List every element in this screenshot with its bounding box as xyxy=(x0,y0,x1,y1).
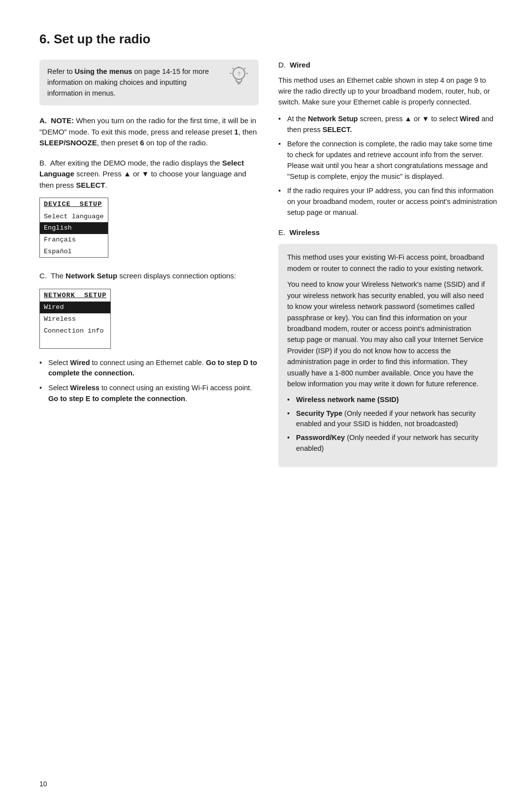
bullet-wired: Select Wired to connect using an Etherne… xyxy=(39,358,259,379)
bullet-d-3: If the radio requires your IP address, y… xyxy=(278,186,498,218)
lcd-connection-info: Connection info xyxy=(40,325,110,337)
bullet-password: Password/Key (Only needed if your networ… xyxy=(287,433,489,454)
lcd-espanol: Español xyxy=(40,246,108,258)
bullet-wireless: Select Wireless to connect using an exis… xyxy=(39,383,259,404)
device-setup-lcd: DEVICE SETUP Select language English Fra… xyxy=(39,198,108,258)
section-c-bullets: Select Wired to connect using an Etherne… xyxy=(39,358,259,404)
svg-text:?: ? xyxy=(237,71,240,77)
section-e-heading: E. Wireless xyxy=(278,227,498,238)
lcd-blank xyxy=(40,337,110,348)
left-column: Refer to Using the menus on page 14-15 f… xyxy=(39,60,259,476)
svg-line-5 xyxy=(233,68,233,69)
section-c: C. The Network Setup screen displays con… xyxy=(39,270,259,404)
section-a-label: A. NOTE: xyxy=(39,116,74,125)
network-setup-lcd: NETWORK SETUP Wired Wireless Connection … xyxy=(39,289,111,349)
right-column: D. Wired This method uses an Ethernet ca… xyxy=(278,60,498,476)
note-text-bold: Using the menus xyxy=(75,67,133,75)
lcd-wireless: Wireless xyxy=(40,313,110,325)
section-d-intro: This method uses an Ethernet cable shown… xyxy=(278,75,498,108)
section-d-heading: D. Wired xyxy=(278,60,498,71)
lcd-wired: Wired xyxy=(40,302,110,313)
note-text-plain: Refer to xyxy=(47,67,75,75)
section-d-bullets: At the Network Setup screen, press ▲ or … xyxy=(278,114,498,218)
bullet-ssid: Wireless network name (SSID) xyxy=(287,395,489,405)
svg-line-4 xyxy=(244,68,245,69)
section-c-text: C. The Network Setup screen displays con… xyxy=(39,270,259,282)
wireless-para1: This method uses your existing Wi-Fi acc… xyxy=(287,252,489,274)
section-d: D. Wired This method uses an Ethernet ca… xyxy=(278,60,498,218)
section-b: B. After exiting the DEMO mode, the radi… xyxy=(39,158,259,262)
section-b-text: B. After exiting the DEMO mode, the radi… xyxy=(39,158,259,191)
lcd-network-title: NETWORK SETUP xyxy=(40,289,110,302)
note-box: Refer to Using the menus on page 14-15 f… xyxy=(39,60,259,105)
bullet-d-2: Before the connection is complete, the r… xyxy=(278,139,498,182)
lcd-english: English xyxy=(40,222,108,234)
note-bold: NOTE: xyxy=(51,116,74,125)
lcd-device-title: DEVICE SETUP xyxy=(40,198,108,211)
lightbulb-icon: ? xyxy=(227,65,251,88)
page-number: 10 xyxy=(39,779,47,789)
section-a-text: A. NOTE: When you turn on the radio for … xyxy=(39,115,259,149)
section-a: A. NOTE: When you turn on the radio for … xyxy=(39,115,259,149)
section-e: E. Wireless This method uses your existi… xyxy=(278,227,498,467)
wireless-para2: You need to know your Wireless Network's… xyxy=(287,279,489,390)
note-box-content: Refer to Using the menus on page 14-15 f… xyxy=(47,67,221,99)
wireless-box: This method uses your existing Wi-Fi acc… xyxy=(278,244,498,467)
wireless-bullets: Wireless network name (SSID) Security Ty… xyxy=(287,395,489,454)
lcd-select-language: Select language xyxy=(40,211,108,223)
bullet-security-type: Security Type (Only needed if your netwo… xyxy=(287,408,489,430)
bullet-d-1: At the Network Setup screen, press ▲ or … xyxy=(278,114,498,135)
page-title: 6. Set up the radio xyxy=(39,30,498,49)
lcd-francais: Français xyxy=(40,234,108,246)
